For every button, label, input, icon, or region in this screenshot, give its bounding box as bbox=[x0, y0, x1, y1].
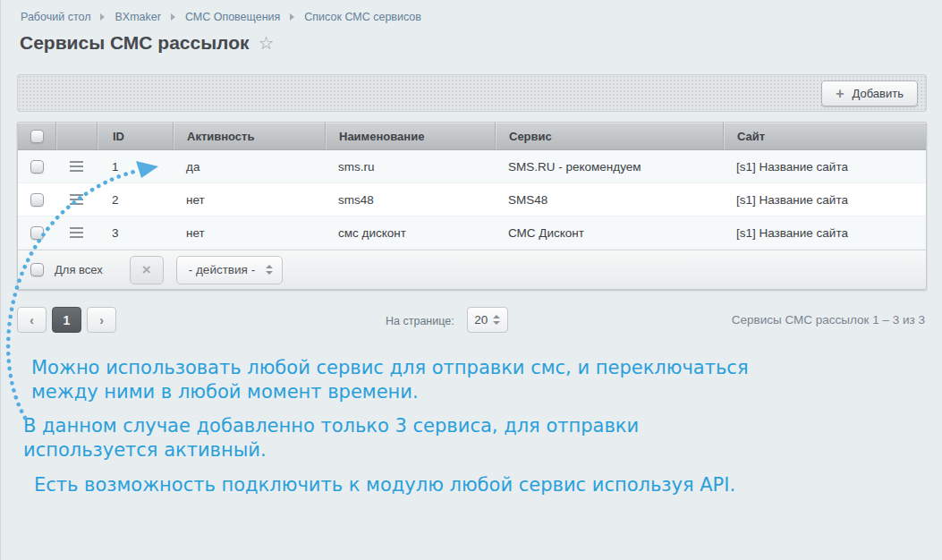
per-page-select[interactable]: 20 bbox=[467, 307, 508, 333]
breadcrumb-item-bxmaker[interactable]: BXmaker bbox=[115, 11, 160, 23]
title-row: Сервисы СМС рассылок ☆ bbox=[20, 32, 274, 54]
cell-service: SMS48 bbox=[495, 183, 723, 216]
favorite-star-icon[interactable]: ☆ bbox=[259, 32, 275, 54]
breadcrumb-item-sms-notifications[interactable]: СМС Оповещения bbox=[185, 11, 280, 23]
row-checkbox[interactable] bbox=[30, 193, 44, 207]
breadcrumb-separator-icon bbox=[171, 13, 175, 21]
per-page-control: На странице: 20 bbox=[386, 307, 508, 333]
admin-page: Рабочий стол BXmaker СМС Оповещения Спис… bbox=[0, 0, 942, 560]
header-checkbox-cell bbox=[18, 123, 55, 149]
column-header-service[interactable]: Сервис bbox=[495, 123, 723, 149]
add-button-label: Добавить bbox=[853, 87, 904, 100]
annotation-text-2: В данном случае добавленно только 3 серв… bbox=[23, 414, 639, 462]
page-title: Сервисы СМС рассылок bbox=[20, 32, 250, 54]
annotation-text-1: Можно использовать любой сервис для отпр… bbox=[31, 356, 749, 404]
row-menu-icon[interactable] bbox=[70, 194, 83, 205]
breadcrumb-item-sms-services-list[interactable]: Список СМС сервисов bbox=[304, 11, 421, 23]
cell-id: 1 bbox=[97, 150, 173, 182]
annotation-text-3: Есть возможность подключить к модулю люб… bbox=[34, 473, 735, 497]
add-button[interactable]: + Добавить bbox=[821, 81, 918, 106]
column-header-name[interactable]: Наименование bbox=[325, 123, 495, 149]
table-row: 2 нет sms48 SMS48 [s1] Название сайта bbox=[18, 183, 926, 216]
actions-dropdown[interactable]: - действия - bbox=[176, 256, 283, 284]
spinner-arrows-icon bbox=[493, 315, 500, 325]
row-checkbox[interactable] bbox=[30, 160, 44, 174]
for-all-label: Для всех bbox=[55, 263, 103, 276]
breadcrumb: Рабочий стол BXmaker СМС Оповещения Спис… bbox=[21, 11, 421, 23]
plus-icon: + bbox=[836, 87, 844, 101]
table-row: 3 нет смс дисконт СМС Дисконт [s1] Назва… bbox=[18, 216, 926, 250]
cell-id: 3 bbox=[97, 216, 173, 249]
cell-service: СМС Дисконт bbox=[495, 216, 723, 249]
per-page-value: 20 bbox=[474, 313, 488, 327]
breadcrumb-separator-icon bbox=[290, 13, 294, 21]
breadcrumb-separator-icon bbox=[100, 13, 105, 21]
cell-active: нет bbox=[173, 216, 325, 249]
next-page-button[interactable]: › bbox=[87, 307, 116, 333]
actions-dropdown-value: - действия - bbox=[189, 263, 255, 276]
sms-services-table: ID Активность Наименование Сервис Сайт 1… bbox=[17, 122, 927, 290]
row-menu-icon[interactable] bbox=[70, 227, 83, 238]
per-page-label: На странице: bbox=[386, 315, 454, 327]
table-row: 1 да sms.ru SMS.RU - рекомендуем [s1] На… bbox=[18, 150, 926, 183]
cell-active: да bbox=[173, 150, 325, 182]
row-checkbox[interactable] bbox=[30, 226, 44, 240]
records-summary: Сервисы СМС рассылок 1 – 3 из 3 bbox=[732, 313, 925, 327]
table-header: ID Активность Наименование Сервис Сайт bbox=[18, 123, 926, 150]
cell-site: [s1] Название сайта bbox=[723, 183, 926, 216]
column-header-site[interactable]: Сайт bbox=[723, 123, 926, 149]
cell-id: 2 bbox=[97, 183, 173, 216]
for-all-checkbox[interactable] bbox=[30, 263, 44, 276]
cell-active: нет bbox=[173, 183, 325, 216]
row-menu-icon[interactable] bbox=[70, 161, 83, 172]
close-icon: × bbox=[142, 261, 151, 279]
spinner-arrows-icon bbox=[266, 265, 273, 275]
column-header-id[interactable]: ID bbox=[97, 123, 173, 149]
cell-name: sms.ru bbox=[325, 150, 495, 182]
cell-service: SMS.RU - рекомендуем bbox=[495, 150, 723, 182]
cell-name: смс дисконт bbox=[325, 216, 495, 249]
prev-page-button[interactable]: ‹ bbox=[17, 307, 47, 333]
select-all-checkbox[interactable] bbox=[30, 130, 44, 143]
breadcrumb-item-desktop[interactable]: Рабочий стол bbox=[21, 11, 90, 23]
clear-selection-button[interactable]: × bbox=[130, 256, 164, 284]
table-footer: Для всех × - действия - bbox=[18, 250, 926, 289]
header-menu-cell bbox=[55, 123, 97, 149]
cell-name: sms48 bbox=[325, 183, 495, 216]
cell-site: [s1] Название сайта bbox=[723, 150, 926, 182]
page-1-button[interactable]: 1 bbox=[52, 307, 81, 333]
toolbar: + Добавить bbox=[17, 74, 927, 112]
pagination: ‹ 1 › bbox=[17, 307, 116, 333]
cell-site: [s1] Название сайта bbox=[723, 216, 926, 249]
column-header-active[interactable]: Активность bbox=[173, 123, 325, 149]
